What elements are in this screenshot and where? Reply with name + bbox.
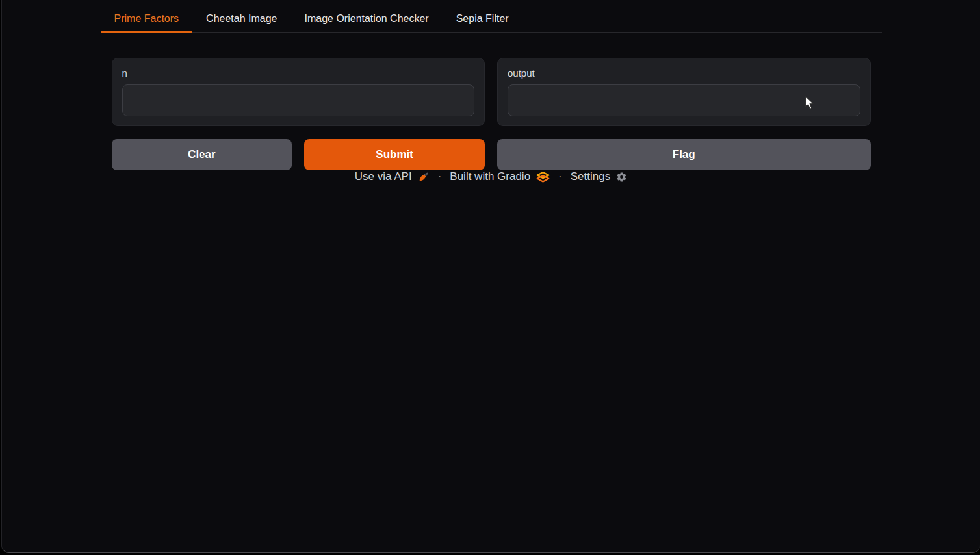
tab-prime-factors[interactable]: Prime Factors [101, 5, 193, 33]
use-via-api-link[interactable]: Use via API [355, 170, 430, 183]
input-panel-n: n [112, 58, 485, 126]
footer-separator: · [438, 170, 442, 183]
settings-link[interactable]: Settings [571, 170, 627, 183]
tab-panel-prime-factors: n output Clear Submit Flag [101, 33, 882, 170]
built-with-gradio-label: Built with Gradio [450, 170, 530, 183]
button-row: Clear Submit Flag [112, 139, 871, 170]
main-container: Prime Factors Cheetah Image Image Orient… [101, 0, 882, 552]
clear-button[interactable]: Clear [112, 139, 292, 170]
tab-cheetah-image[interactable]: Cheetah Image [192, 5, 290, 33]
use-via-api-label: Use via API [355, 170, 412, 183]
footer-separator-2: · [558, 170, 562, 183]
output-field[interactable] [508, 84, 860, 116]
tab-sepia-filter[interactable]: Sepia Filter [443, 5, 522, 33]
io-row: n output [112, 58, 871, 126]
gear-icon [616, 172, 627, 183]
flag-button[interactable]: Flag [497, 139, 871, 170]
app-window: Prime Factors Cheetah Image Image Orient… [1, 0, 980, 553]
footer: Use via API · Built with Gradio [101, 170, 882, 197]
tab-image-orientation-checker[interactable]: Image Orientation Checker [290, 5, 442, 33]
settings-label: Settings [571, 170, 610, 183]
output-panel: output [497, 58, 871, 126]
n-input[interactable] [122, 84, 475, 116]
input-label: n [122, 67, 475, 79]
gradio-logo-icon [536, 171, 550, 183]
left-button-group: Clear Submit [112, 139, 485, 170]
tab-bar: Prime Factors Cheetah Image Image Orient… [101, 5, 882, 33]
built-with-gradio-link[interactable]: Built with Gradio [450, 170, 550, 183]
submit-button[interactable]: Submit [304, 139, 485, 170]
rocket-icon [418, 171, 430, 183]
output-label: output [508, 67, 860, 79]
